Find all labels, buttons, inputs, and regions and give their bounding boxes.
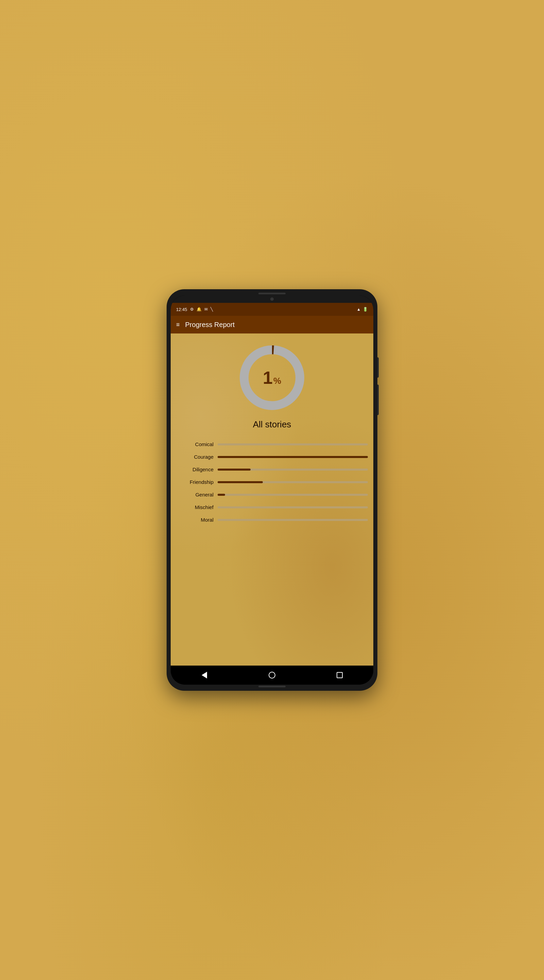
donut-value: 1 [263,369,273,387]
bell-icon: 🔔 [197,307,201,312]
bottom-nav [171,666,373,685]
settings-icon: ⚙ [190,307,194,312]
signal-icon: ▲ [357,307,361,312]
phone-frame: 12:45 ⚙ 🔔 ✉ ╲ ▲ 🔋 ≡ Progress Report [167,289,377,691]
category-name: Mischief [176,504,214,510]
progress-bar-fill [217,481,263,483]
donut-chart: 1 % [235,340,309,415]
phone-top-slot [259,293,285,294]
status-right: ▲ 🔋 [357,307,368,312]
phone-volume-button [377,385,379,415]
category-row: Mischief [176,501,368,514]
phone-bottom-slot [259,686,285,687]
progress-bar-fill [217,494,225,496]
mail-icon: ✉ [205,307,208,312]
recents-button[interactable] [333,669,346,681]
phone-top-bar [171,295,373,303]
content-area: 1 % All stories ComicalCourageDiligenceF… [171,334,373,666]
phone-power-button [377,357,379,378]
battery-icon: 🔋 [363,307,368,312]
signal-off-icon: ╲ [211,307,213,312]
category-row: General [176,488,368,501]
progress-bar-fill [217,456,368,458]
progress-bar-track [217,506,368,508]
status-left: 12:45 ⚙ 🔔 ✉ ╲ [176,307,213,312]
progress-bar-track [217,519,368,521]
progress-bar-track [217,494,368,496]
category-name: General [176,492,214,498]
status-time: 12:45 [176,307,187,312]
status-bar: 12:45 ⚙ 🔔 ✉ ╲ ▲ 🔋 [171,303,373,316]
category-row: Friendship [176,476,368,488]
camera-dot [270,298,274,301]
category-name: Diligence [176,466,214,472]
progress-bar-fill [217,469,251,471]
category-row: Comical [176,438,368,450]
category-name: Courage [176,454,214,460]
recents-icon [336,672,343,678]
category-row: Diligence [176,463,368,476]
progress-bar-track [217,481,368,483]
category-name: Moral [176,517,214,523]
hamburger-menu-icon[interactable]: ≡ [176,321,180,328]
app-bar: ≡ Progress Report [171,316,373,334]
donut-center: 1 % [263,369,281,387]
back-button[interactable] [198,669,211,681]
donut-percent-sign: % [273,375,281,386]
category-row: Courage [176,450,368,463]
back-icon [201,672,207,679]
progress-bar-track [217,443,368,445]
category-name: Comical [176,441,214,447]
home-button[interactable] [266,669,278,681]
category-name: Friendship [176,479,214,485]
home-icon [269,672,275,679]
categories-list: ComicalCourageDiligenceFriendshipGeneral… [176,438,368,526]
category-row: Moral [176,514,368,526]
app-title: Progress Report [185,321,235,329]
phone-screen: 12:45 ⚙ 🔔 ✉ ╲ ▲ 🔋 ≡ Progress Report [171,295,373,685]
progress-bar-track [217,469,368,471]
all-stories-label: All stories [253,419,291,430]
progress-bar-track [217,456,368,458]
